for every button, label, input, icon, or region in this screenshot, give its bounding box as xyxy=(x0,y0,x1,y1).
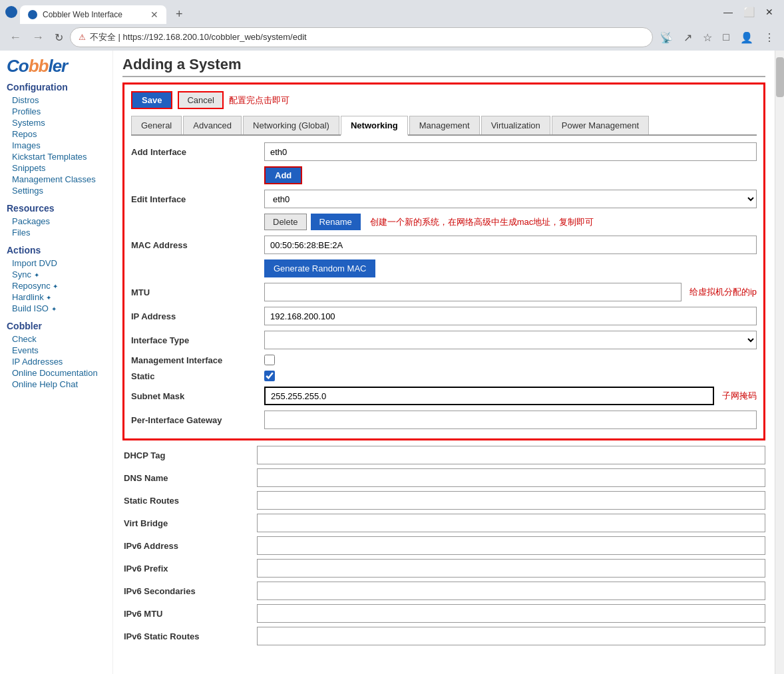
mac-address-label: MAC Address xyxy=(131,240,264,250)
sidebar-item-settings[interactable]: Settings xyxy=(7,185,106,196)
sidebar-item-ip-addresses[interactable]: IP Addresses xyxy=(7,356,106,367)
action-bar: Save Cancel 配置完点击即可 xyxy=(131,91,757,109)
sidebar-item-hardlink[interactable]: Hardlink ✦ xyxy=(7,291,106,303)
close-button[interactable]: ✕ xyxy=(760,5,779,19)
minimize-button[interactable]: — xyxy=(718,5,738,19)
sidebar-item-import-dvd[interactable]: Import DVD xyxy=(7,257,106,269)
edit-interface-label: Edit Interface xyxy=(131,194,264,204)
ip-hint: 给虚拟机分配的ip xyxy=(689,286,757,298)
ipv6-static-routes-input[interactable] xyxy=(257,627,765,645)
sidebar-section-configuration: Configuration xyxy=(7,82,106,92)
sidebar-item-online-help[interactable]: Online Help Chat xyxy=(7,379,106,390)
menu-icon[interactable]: ⋮ xyxy=(760,29,779,47)
management-interface-checkbox[interactable] xyxy=(264,355,275,365)
edit-interface-row: Edit Interface eth0 xyxy=(131,190,757,208)
share-icon[interactable]: ↗ xyxy=(680,29,696,47)
scrollbar[interactable] xyxy=(775,51,784,674)
window-controls[interactable]: — ⬜ ✕ xyxy=(718,5,779,19)
tab-general[interactable]: General xyxy=(131,116,182,134)
ipv6-secondaries-label: IPv6 Secondaries xyxy=(124,586,257,596)
sidebar-item-packages[interactable]: Packages xyxy=(7,216,106,227)
virt-bridge-input[interactable] xyxy=(257,514,765,532)
virt-bridge-row: Virt Bridge xyxy=(122,514,765,532)
ipv6-address-input[interactable] xyxy=(257,536,765,555)
sidebar-item-systems[interactable]: Systems xyxy=(7,117,106,128)
security-warning-icon: ⚠ xyxy=(79,33,86,42)
per-interface-gw-row: Per-Interface Gateway xyxy=(131,411,757,429)
management-interface-label: Management Interface xyxy=(131,355,264,365)
edit-interface-select[interactable]: eth0 xyxy=(264,190,757,208)
page-title: Adding a System xyxy=(122,56,765,77)
reload-button[interactable]: ↻ xyxy=(51,29,67,47)
ipv6-prefix-label: IPv6 Prefix xyxy=(124,564,257,574)
sidebar-section-cobbler: Cobbler xyxy=(7,321,106,331)
add-button[interactable]: Add xyxy=(264,166,302,184)
ipv6-mtu-input[interactable] xyxy=(257,604,765,623)
sidebar-item-build-iso[interactable]: Build ISO ✦ xyxy=(7,303,106,314)
ipv6-static-routes-row: IPv6 Static Routes xyxy=(122,627,765,645)
mtu-input[interactable] xyxy=(264,283,682,301)
ipv6-prefix-input[interactable] xyxy=(257,559,765,578)
edit-hint: 创建一个新的系统，在网络高级中生成mac地址，复制即可 xyxy=(370,216,594,228)
sidebar-item-mgmt-classes[interactable]: Management Classes xyxy=(7,174,106,185)
tab-networking-global[interactable]: Networking (Global) xyxy=(243,116,339,134)
tab-power-management[interactable]: Power Management xyxy=(552,116,649,134)
static-routes-input[interactable] xyxy=(257,491,765,510)
account-icon[interactable]: 👤 xyxy=(736,29,757,47)
save-button[interactable]: Save xyxy=(131,91,172,109)
rename-button[interactable]: Rename xyxy=(311,214,361,230)
ip-address-label: IP Address xyxy=(131,311,264,321)
sidebar-item-kickstart[interactable]: Kickstart Templates xyxy=(7,151,106,162)
tab-advanced[interactable]: Advanced xyxy=(183,116,242,134)
sidebar-section-resources: Resources xyxy=(7,203,106,214)
back-button[interactable]: ← xyxy=(5,28,25,47)
static-routes-label: Static Routes xyxy=(124,496,257,506)
browser-tab[interactable]: Cobbler Web Interface ✕ xyxy=(20,5,166,24)
bookmark-icon[interactable]: ☆ xyxy=(699,29,716,47)
sidebar-item-files[interactable]: Files xyxy=(7,227,106,238)
scrollbar-thumb[interactable] xyxy=(776,57,784,97)
tab-virtualization[interactable]: Virtualization xyxy=(481,116,550,134)
tab-title: Cobbler Web Interface xyxy=(43,10,145,19)
cast-icon[interactable]: 📡 xyxy=(656,29,677,47)
sidebar-item-check[interactable]: Check xyxy=(7,333,106,345)
subnet-mask-label: Subnet Mask xyxy=(131,391,264,401)
static-checkbox[interactable] xyxy=(264,371,275,381)
dns-name-input[interactable] xyxy=(257,468,765,487)
delete-button[interactable]: Delete xyxy=(264,214,307,230)
subnet-mask-input[interactable] xyxy=(264,387,714,405)
form-container: Save Cancel 配置完点击即可 General Advanced Net… xyxy=(122,83,765,440)
sidebar-item-online-docs[interactable]: Online Documentation xyxy=(7,367,106,379)
extension-icon[interactable]: □ xyxy=(719,29,733,46)
forward-button[interactable]: → xyxy=(28,28,48,47)
subnet-mask-row: Subnet Mask 子网掩码 xyxy=(131,387,757,405)
tab-management[interactable]: Management xyxy=(409,116,480,134)
new-tab-button[interactable]: + xyxy=(168,5,191,24)
cancel-button[interactable]: Cancel xyxy=(178,91,223,109)
sidebar-item-distros[interactable]: Distros xyxy=(7,94,106,106)
dhcp-tag-input[interactable] xyxy=(257,446,765,464)
url-display: 不安全 | https://192.168.200.10/cobbler_web… xyxy=(90,31,644,43)
ipv6-address-row: IPv6 Address xyxy=(122,536,765,555)
tab-close-icon[interactable]: ✕ xyxy=(150,9,158,20)
tabs-bar: General Advanced Networking (Global) Net… xyxy=(131,116,757,136)
sidebar-item-profiles[interactable]: Profiles xyxy=(7,106,106,117)
sidebar-item-images[interactable]: Images xyxy=(7,140,106,151)
ip-address-input[interactable] xyxy=(264,307,757,325)
per-interface-gw-input[interactable] xyxy=(264,411,757,429)
sidebar-item-sync[interactable]: Sync ✦ xyxy=(7,269,106,280)
interface-type-select[interactable] xyxy=(264,331,757,349)
maximize-button[interactable]: ⬜ xyxy=(738,5,760,19)
address-bar[interactable]: ⚠ 不安全 | https://192.168.200.10/cobbler_w… xyxy=(70,27,653,47)
sidebar-item-reposync[interactable]: Reposync ✦ xyxy=(7,280,106,291)
add-interface-input[interactable] xyxy=(264,142,757,161)
static-label: Static xyxy=(131,371,264,381)
ipv6-secondaries-input[interactable] xyxy=(257,582,765,600)
mac-address-input[interactable] xyxy=(264,236,757,254)
sidebar-item-snippets[interactable]: Snippets xyxy=(7,162,106,174)
tab-networking[interactable]: Networking xyxy=(341,116,408,136)
sidebar-item-repos[interactable]: Repos xyxy=(7,128,106,140)
interface-type-row: Interface Type xyxy=(131,331,757,349)
generate-mac-button[interactable]: Generate Random MAC xyxy=(264,259,375,277)
sidebar-item-events[interactable]: Events xyxy=(7,345,106,356)
